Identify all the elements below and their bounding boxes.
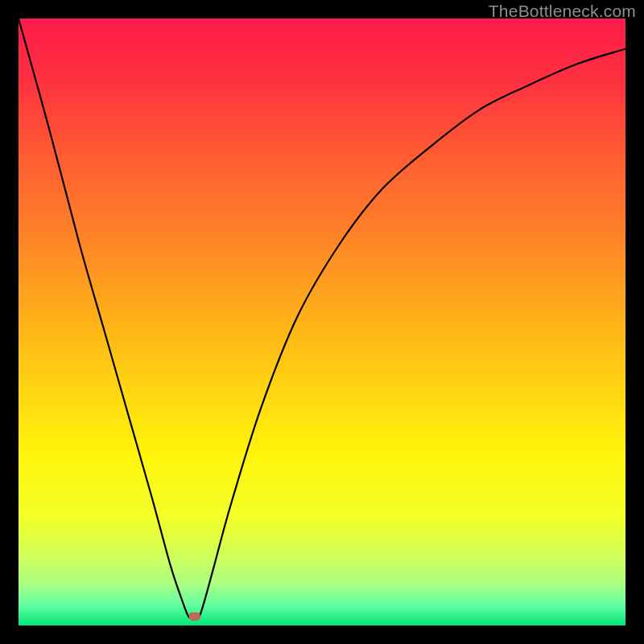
optimum-marker (189, 613, 200, 621)
chart-stage: TheBottleneck.com (0, 0, 644, 644)
chart-svg (19, 19, 625, 625)
gradient-background (19, 19, 625, 625)
plot-area (19, 19, 625, 625)
